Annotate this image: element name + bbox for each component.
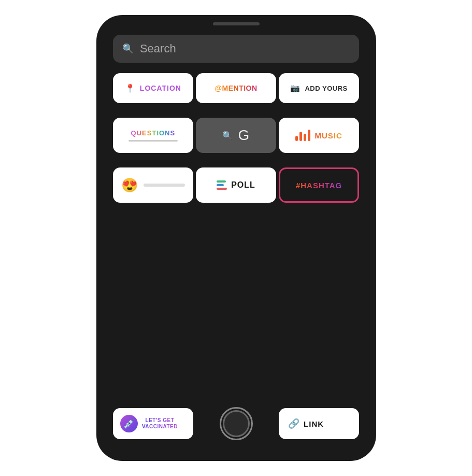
search-bar[interactable]: 🔍 Search [113, 35, 359, 63]
mention-sticker-button[interactable]: @MENTION [196, 73, 276, 103]
emoji-slider-sticker-button[interactable]: 😍 [113, 167, 193, 203]
gif-search-icon: 🔍 [222, 131, 233, 141]
sticker-row-2: QUESTIONS 🔍 G MUSIC [113, 118, 359, 153]
link-sticker-button[interactable]: 🔗 LINK [279, 408, 359, 439]
questions-sticker-button[interactable]: QUESTIONS [113, 118, 193, 153]
slider-track [144, 184, 185, 187]
addyours-label: ADD YOURS [305, 85, 347, 92]
vaccinated-icon: 💉 [120, 415, 138, 432]
bar2 [299, 132, 302, 141]
phone-frame: 🔍 Search 📍 LOCATION @MENTION 📷 ADD YOURS… [96, 15, 376, 461]
poll-line-2 [217, 184, 224, 186]
bar4 [308, 130, 310, 141]
music-label: MUSIC [314, 131, 342, 140]
search-placeholder: Search [140, 42, 176, 55]
poll-label: POLL [231, 180, 255, 190]
music-sticker-button[interactable]: MUSIC [279, 118, 359, 153]
poll-line-1 [217, 180, 226, 183]
location-label: LOCATION [140, 84, 181, 92]
link-label: LINK [304, 419, 324, 428]
music-bars-icon [295, 130, 310, 141]
location-sticker-button[interactable]: 📍 LOCATION [113, 73, 193, 103]
link-icon: 🔗 [288, 418, 299, 429]
poll-sticker-button[interactable]: POLL [196, 167, 276, 203]
gif-label: G [238, 127, 250, 144]
questions-underline [128, 140, 178, 142]
status-bar [96, 15, 376, 30]
location-icon: 📍 [125, 83, 136, 93]
addyours-sticker-button[interactable]: 📷 ADD YOURS [279, 73, 359, 103]
questions-label: QUESTIONS [131, 129, 176, 137]
search-bar-wrapper: 🔍 Search [113, 35, 359, 63]
hashtag-label: #HASHTAG [296, 181, 342, 190]
addyours-icon: 📷 [290, 83, 301, 93]
notch-pill [213, 22, 260, 25]
gif-sticker-button[interactable]: 🔍 G [196, 118, 276, 153]
sticker-row-3: 😍 POLL #HASHTAG [113, 167, 359, 203]
sticker-grid: 📍 LOCATION @MENTION 📷 ADD YOURS QUESTION… [113, 73, 359, 407]
bar3 [304, 134, 306, 141]
vaccinated-sticker-button[interactable]: 💉 LET'S GET VACCINATED [113, 408, 193, 439]
heart-eyes-emoji: 😍 [121, 177, 138, 193]
bar1 [295, 136, 298, 141]
bottom-row: 💉 LET'S GET VACCINATED 🔗 LINK [113, 407, 359, 445]
capture-inner-ring [223, 410, 250, 437]
mention-label: @MENTION [214, 84, 257, 92]
poll-icon [217, 180, 227, 190]
hashtag-sticker-button[interactable]: #HASHTAG [279, 167, 359, 203]
vaccinated-label: LET'S GET VACCINATED [142, 417, 178, 430]
poll-line-3 [217, 188, 227, 190]
search-icon: 🔍 [122, 43, 134, 54]
capture-button[interactable] [220, 407, 253, 440]
sticker-row-1: 📍 LOCATION @MENTION 📷 ADD YOURS [113, 73, 359, 103]
